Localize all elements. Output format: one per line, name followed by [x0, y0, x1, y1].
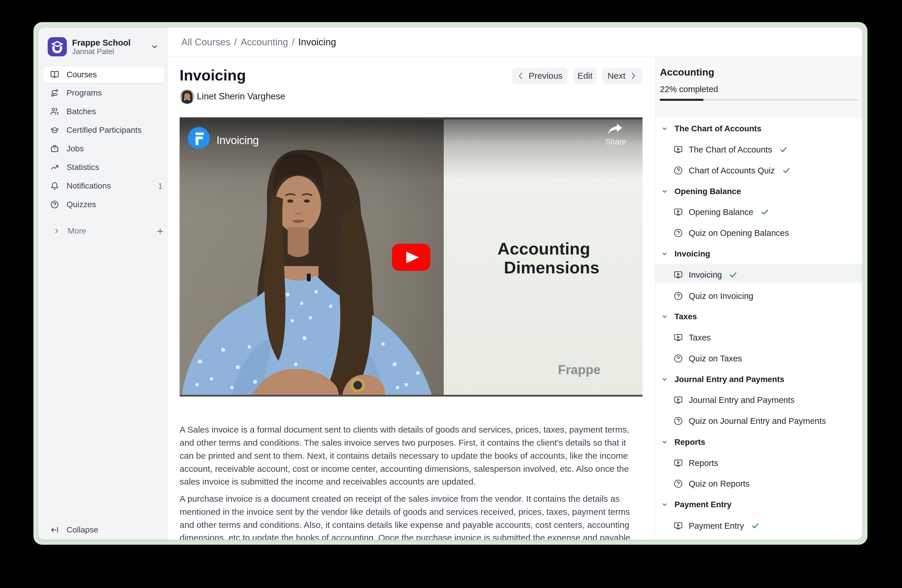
- svg-text:Share: Share: [605, 138, 626, 146]
- svg-text:Frappe: Frappe: [558, 363, 601, 377]
- svg-text:Invoicing: Invoicing: [216, 134, 258, 146]
- svg-text:Dimensions: Dimensions: [504, 258, 600, 277]
- svg-text:Accounting: Accounting: [498, 239, 590, 258]
